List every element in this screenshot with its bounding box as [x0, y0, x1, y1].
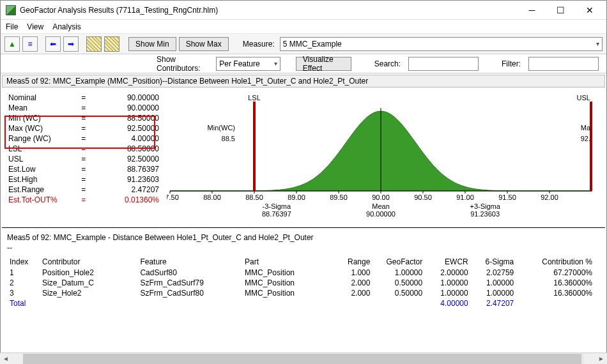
content-area: Meas5 of 92: MMC_Example (MMC_Position)-…: [1, 73, 606, 353]
measure-label: Measure:: [240, 40, 277, 49]
window-title: GeoFactor Analysis Results (7711a_Testin…: [20, 6, 518, 15]
stat-row: Est.Range=2.47207: [7, 185, 160, 195]
svg-text:88.5: 88.5: [222, 135, 235, 142]
contrib-header-row: IndexContributorFeaturePart RangeGeoFact…: [7, 256, 595, 268]
app-icon: [6, 5, 16, 15]
stat-row: Min (WC)=88.50000: [7, 113, 160, 123]
svg-rect-21: [253, 102, 256, 191]
stats-table: Nominal=90.00000Mean=90.00000Min (WC)=88…: [1, 89, 167, 225]
stat-row: USL=92.50000: [7, 154, 160, 164]
show-contributors-value: Per Feature: [219, 59, 259, 68]
svg-text:88.76397: 88.76397: [262, 210, 291, 218]
svg-text:91.23603: 91.23603: [470, 210, 500, 218]
svg-text:90.00: 90.00: [372, 193, 390, 201]
svg-text:Ma: Ma: [581, 124, 591, 132]
divider: [2, 227, 605, 228]
menu-bar: File View Analysis: [1, 20, 606, 34]
search-label: Search:: [372, 59, 403, 68]
svg-text:USL: USL: [577, 94, 590, 102]
scroll-left-icon[interactable]: ◄: [0, 355, 12, 362]
svg-text:-3-Sigma: -3-Sigma: [263, 202, 292, 210]
show-max-button[interactable]: Show Max: [179, 37, 229, 51]
svg-text:89.50: 89.50: [330, 193, 348, 201]
svg-text:88.50: 88.50: [245, 193, 263, 201]
stat-row: Range (WC)=4.00000: [7, 133, 160, 144]
filter-bar: Show Contributors: Per Feature Visualize…: [1, 54, 606, 73]
horizontal-scrollbar[interactable]: ◄ ►: [0, 353, 607, 364]
distribution-chart: 87.5088.0088.5089.0089.5090.0090.5091.00…: [167, 89, 604, 225]
contrib-header: Meas5 of 92: MMC_Example - Distance Betw…: [7, 233, 600, 242]
svg-text:92.00: 92.00: [541, 193, 558, 201]
show-min-button[interactable]: Show Min: [128, 37, 176, 51]
menu-analysis[interactable]: Analysis: [52, 22, 81, 31]
table-row: 3Size_Hole2SzFrm_CadSurf80MMC_Position2.…: [7, 288, 595, 298]
filter-label: Filter:: [499, 59, 523, 68]
scroll-right-icon[interactable]: ►: [595, 355, 607, 362]
svg-text:87.50: 87.50: [167, 193, 179, 201]
svg-text:Min(WC): Min(WC): [208, 124, 235, 132]
stat-row: Max (WC)=92.50000: [7, 123, 160, 133]
table-row: 1Position_Hole2CadSurf80MMC_Position1.00…: [7, 268, 595, 278]
search-input[interactable]: [408, 57, 479, 71]
menu-view[interactable]: View: [27, 22, 43, 31]
show-contributors-dropdown[interactable]: Per Feature: [216, 57, 280, 71]
chart2-icon[interactable]: [104, 36, 119, 52]
svg-text:88.00: 88.00: [203, 193, 221, 201]
filter-input[interactable]: [528, 57, 599, 71]
table-row: 2Size_Datum_CSzFrm_CadSurf79MMC_Position…: [7, 278, 595, 288]
arrow-right-icon[interactable]: ➡: [63, 36, 79, 52]
svg-text:92.: 92.: [581, 135, 590, 142]
stat-row: Est.Tot-OUT%=0.01360%: [7, 195, 160, 205]
svg-text:91.50: 91.50: [498, 193, 516, 201]
close-button[interactable]: ✕: [575, 1, 604, 19]
svg-text:89.00: 89.00: [288, 193, 305, 201]
title-bar: GeoFactor Analysis Results (7711a_Testin…: [1, 1, 606, 20]
svg-rect-25: [590, 102, 592, 191]
measure-dropdown[interactable]: 5 MMC_Example: [280, 37, 603, 51]
contributors-section: Meas5 of 92: MMC_Example - Distance Betw…: [1, 231, 606, 311]
stat-row: Nominal=90.00000: [7, 93, 160, 103]
table-total-row: Total4.000002.47207: [7, 298, 595, 308]
triangle-up-icon[interactable]: ▲: [4, 36, 20, 52]
measure-header: Meas5 of 92: MMC_Example (MMC_Position)-…: [2, 75, 605, 87]
menu-file[interactable]: File: [6, 22, 18, 31]
arrow-left-icon[interactable]: ⬅: [45, 36, 61, 52]
stat-row: Mean=90.00000: [7, 103, 160, 113]
svg-text:91.00: 91.00: [456, 193, 474, 201]
svg-text:LSL: LSL: [248, 94, 261, 102]
chart1-icon[interactable]: [86, 36, 102, 52]
stat-row: Est.High=91.23603: [7, 174, 160, 185]
svg-text:Mean: Mean: [372, 202, 390, 210]
minimize-button[interactable]: ─: [518, 1, 546, 19]
stat-row: LSL=88.50000: [7, 144, 160, 154]
visualize-effect-button[interactable]: Visualize Effect: [296, 57, 351, 71]
svg-text:90.00000: 90.00000: [366, 210, 396, 218]
svg-text:+3-Sigma: +3-Sigma: [470, 202, 500, 210]
contrib-dash: --: [7, 243, 600, 252]
stat-row: Est.Low=88.76397: [7, 164, 160, 174]
svg-text:90.50: 90.50: [414, 193, 432, 201]
lines-icon[interactable]: ≡: [22, 36, 38, 52]
maximize-button[interactable]: ☐: [546, 1, 575, 19]
toolbar: ▲ ≡ ⬅ ➡ Show Min Show Max Measure: 5 MMC…: [1, 34, 606, 54]
show-contributors-label: Show Contributors:: [154, 55, 211, 73]
measure-value: 5 MMC_Example: [283, 40, 342, 49]
